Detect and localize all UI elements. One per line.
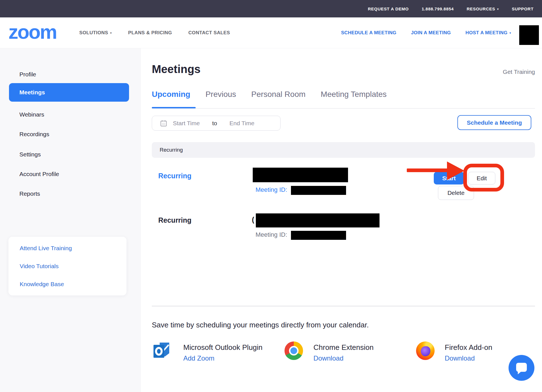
page-title: Meetings xyxy=(152,63,200,76)
tab-previous[interactable]: Previous xyxy=(205,90,236,99)
sidebar: Profile Meetings Webinars Recordings Set… xyxy=(0,48,141,392)
recurring-section-header: Recurring xyxy=(152,142,535,158)
join-a-meeting-link[interactable]: JOIN A MEETING xyxy=(411,30,451,36)
meeting-row-2-topic-redacted xyxy=(256,213,380,227)
main-content: Meetings Get Training Upcoming Previous … xyxy=(141,48,542,392)
tabs-divider xyxy=(152,108,535,109)
sidebar-item-webinars[interactable]: Webinars xyxy=(19,110,44,119)
outlook-plugin-title: Microsoft Outlook Plugin xyxy=(183,343,263,352)
sidebar-item-profile[interactable]: Profile xyxy=(19,70,36,79)
sidebar-item-recordings[interactable]: Recordings xyxy=(19,130,49,138)
chevron-down-icon: ▾ xyxy=(110,31,112,35)
schedule-a-meeting-button[interactable]: Schedule a Meeting xyxy=(457,115,531,130)
firefox-addon-title: Firefox Add-on xyxy=(445,343,492,352)
meeting-row-1-topic-redacted xyxy=(253,168,348,182)
meeting-row-2-recurring-label[interactable]: Recurring xyxy=(158,216,191,224)
training-links-card: Attend Live Training Video Tutorials Kno… xyxy=(8,237,127,295)
chat-widget-button[interactable] xyxy=(509,355,534,381)
add-zoom-link[interactable]: Add Zoom xyxy=(183,354,214,362)
nav-plans-pricing[interactable]: PLANS & PRICING xyxy=(128,30,172,36)
meeting-row-1-meeting-id-label: Meeting ID: xyxy=(256,186,287,193)
meetings-tabs: Upcoming Previous Personal Room Meeting … xyxy=(152,90,387,99)
delete-button[interactable]: Delete xyxy=(438,186,474,200)
video-tutorials-link[interactable]: Video Tutorials xyxy=(20,263,115,270)
phone-number-link[interactable]: 1.888.799.8854 xyxy=(422,6,454,11)
user-avatar-redacted[interactable] xyxy=(519,25,539,45)
request-a-demo-link[interactable]: REQUEST A DEMO xyxy=(368,6,409,11)
tab-personal-room[interactable]: Personal Room xyxy=(251,90,306,99)
primary-nav: SOLUTIONS▾ PLANS & PRICING CONTACT SALES xyxy=(79,17,230,48)
knowledge-base-link[interactable]: Knowledge Base xyxy=(20,281,115,288)
tab-upcoming[interactable]: Upcoming xyxy=(152,90,190,99)
top-utility-bar: REQUEST A DEMO 1.888.799.8854 RESOURCES▾… xyxy=(0,0,542,17)
chrome-download-link[interactable]: Download xyxy=(313,354,344,362)
sidebar-item-meetings-active[interactable]: Meetings xyxy=(9,83,129,102)
get-training-link[interactable]: Get Training xyxy=(503,69,535,75)
attend-live-training-link[interactable]: Attend Live Training xyxy=(20,245,115,252)
zoom-logo[interactable]: zoom xyxy=(8,22,57,42)
schedule-a-meeting-link[interactable]: SCHEDULE A MEETING xyxy=(341,30,396,36)
sidebar-item-settings[interactable]: Settings xyxy=(19,150,41,159)
meeting-row-1-recurring-link[interactable]: Recurring xyxy=(158,172,191,180)
edit-button[interactable]: Edit xyxy=(468,172,495,184)
host-a-meeting-label: HOST A MEETING xyxy=(466,30,507,35)
calendar-plugins-headline: Save time by scheduling your meetings di… xyxy=(152,321,369,329)
meeting-row-1-meeting-id-redacted xyxy=(291,186,346,195)
recurring-section-label: Recurring xyxy=(160,147,183,153)
tab-meeting-templates[interactable]: Meeting Templates xyxy=(321,90,387,99)
meeting-actions-nav: SCHEDULE A MEETING JOIN A MEETING HOST A… xyxy=(341,17,511,48)
nav-solutions[interactable]: SOLUTIONS▾ xyxy=(79,30,112,36)
outlook-icon xyxy=(153,341,170,359)
chrome-extension-title: Chrome Extension xyxy=(313,343,374,352)
calendar-icon xyxy=(160,120,167,127)
chat-bubble-icon xyxy=(516,363,527,372)
start-time-placeholder: Start Time xyxy=(173,120,200,127)
meeting-row-2-topic-fragment: ( xyxy=(252,216,254,224)
nav-contact-sales[interactable]: CONTACT SALES xyxy=(188,30,230,36)
sidebar-item-account-profile[interactable]: Account Profile xyxy=(19,170,59,178)
support-link[interactable]: SUPPORT xyxy=(512,6,534,11)
date-range-separator: to xyxy=(212,120,217,127)
content-divider xyxy=(152,306,535,306)
solutions-label: SOLUTIONS xyxy=(79,30,108,35)
end-time-placeholder: End Time xyxy=(229,120,254,127)
meeting-row-2-meeting-id-label: Meeting ID: xyxy=(256,231,287,238)
chrome-icon xyxy=(284,341,303,360)
sidebar-item-meetings-label: Meetings xyxy=(19,89,45,96)
date-range-filter[interactable]: Start Time to End Time xyxy=(152,116,281,131)
resources-label: RESOURCES xyxy=(467,6,495,11)
firefox-icon xyxy=(416,341,435,360)
zoom-web-portal: REQUEST A DEMO 1.888.799.8854 RESOURCES▾… xyxy=(0,0,542,392)
start-button[interactable]: Start xyxy=(434,172,464,184)
resources-menu[interactable]: RESOURCES▾ xyxy=(467,6,499,11)
chevron-down-icon: ▾ xyxy=(509,31,511,35)
sidebar-item-reports[interactable]: Reports xyxy=(19,190,40,198)
meeting-row-2-meeting-id-redacted xyxy=(291,231,346,240)
active-tab-underline xyxy=(152,107,196,108)
firefox-download-link[interactable]: Download xyxy=(445,354,475,362)
chevron-down-icon: ▾ xyxy=(497,7,499,11)
main-header: zoom SOLUTIONS▾ PLANS & PRICING CONTACT … xyxy=(0,17,542,48)
host-a-meeting-menu[interactable]: HOST A MEETING▾ xyxy=(466,30,511,36)
